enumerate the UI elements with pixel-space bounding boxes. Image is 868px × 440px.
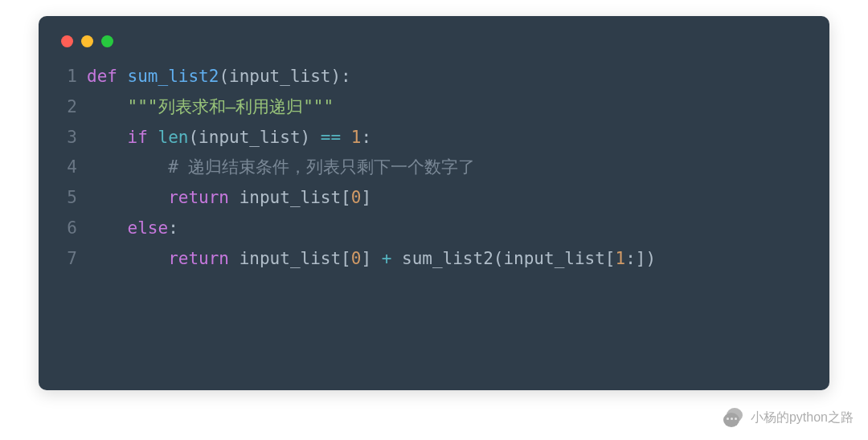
token: """列表求和—利用递归""" — [128, 97, 334, 116]
token: 1 — [351, 128, 362, 147]
code-content: def sum_list2(input_list): — [87, 62, 351, 92]
minimize-dot-icon — [81, 35, 93, 47]
code-line: 3 if len(input_list) == 1: — [51, 123, 810, 153]
token: : — [168, 218, 178, 238]
token: 0 — [351, 249, 362, 268]
token: input_list[ — [240, 249, 351, 268]
token: return — [168, 188, 240, 207]
token: input_list[ — [240, 188, 351, 207]
token — [87, 249, 168, 268]
line-number: 1 — [51, 62, 77, 92]
token: (input_list) — [188, 128, 320, 147]
token: len — [158, 128, 189, 147]
token: def — [87, 67, 128, 86]
code-content: else: — [87, 214, 178, 244]
token — [87, 128, 128, 147]
wechat-icon — [723, 408, 746, 427]
line-number: 6 — [51, 214, 77, 244]
code-content: if len(input_list) == 1: — [87, 123, 371, 153]
code-line: 7 return input_list[0] + sum_list2(input… — [51, 244, 810, 275]
token: + — [382, 249, 402, 268]
line-number: 7 — [51, 244, 77, 275]
code-line: 6 else: — [51, 214, 810, 244]
code-line: 1def sum_list2(input_list): — [51, 62, 810, 92]
code-content: return input_list[0] + sum_list2(input_l… — [87, 244, 656, 275]
window-controls — [39, 16, 829, 47]
token: sum_list2 — [128, 67, 219, 86]
token: else — [128, 218, 169, 238]
token: == — [321, 128, 351, 147]
code-line: 2 """列表求和—利用递归""" — [51, 92, 810, 123]
line-number: 5 — [51, 183, 77, 214]
token: ] — [361, 188, 371, 207]
token — [87, 157, 168, 177]
token: sum_list2(input_list[ — [402, 249, 616, 268]
code-content: # 递归结束条件，列表只剩下一个数字了 — [87, 153, 475, 183]
token — [87, 97, 128, 116]
token: (input_list): — [219, 67, 350, 86]
token: # 递归结束条件，列表只剩下一个数字了 — [168, 157, 475, 177]
token: :]) — [625, 249, 656, 268]
code-content: """列表求和—利用递归""" — [87, 92, 334, 123]
watermark-text: 小杨的python之路 — [751, 409, 854, 426]
token — [87, 218, 128, 238]
code-line: 5 return input_list[0] — [51, 183, 810, 214]
line-number: 3 — [51, 123, 77, 153]
code-content: return input_list[0] — [87, 183, 371, 214]
line-number: 2 — [51, 92, 77, 123]
token: if — [128, 128, 158, 147]
close-dot-icon — [61, 35, 73, 47]
code-area: 1def sum_list2(input_list):2 """列表求和—利用递… — [39, 47, 829, 294]
line-number: 4 — [51, 153, 77, 183]
token: ] — [361, 249, 381, 268]
token: 1 — [616, 249, 626, 268]
code-line: 4 # 递归结束条件，列表只剩下一个数字了 — [51, 153, 810, 183]
token: 0 — [351, 188, 362, 207]
maximize-dot-icon — [101, 35, 113, 47]
token: return — [168, 249, 240, 268]
token — [87, 188, 168, 207]
code-window: 1def sum_list2(input_list):2 """列表求和—利用递… — [39, 16, 829, 390]
watermark: 小杨的python之路 — [723, 408, 854, 427]
token: : — [361, 128, 371, 147]
